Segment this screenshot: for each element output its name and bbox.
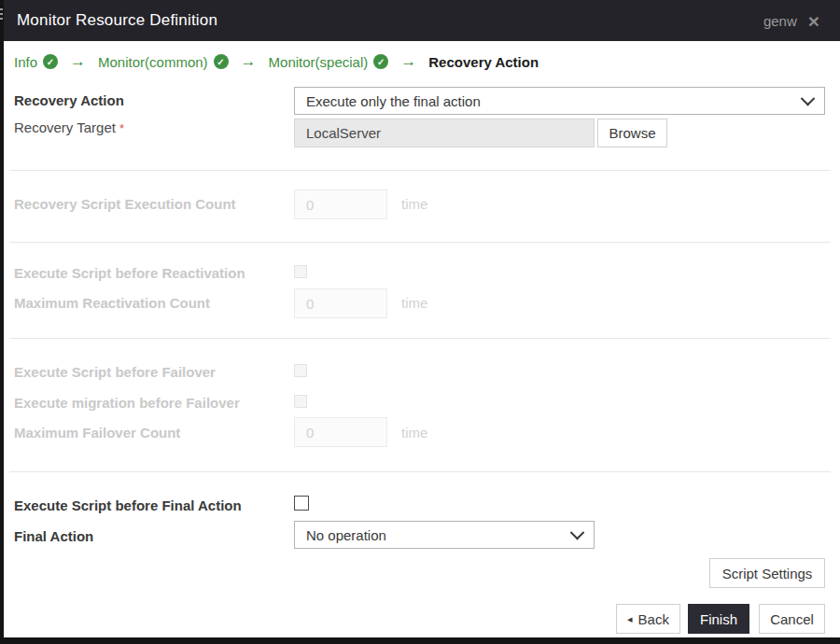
dialog-title: Monitor Resource Definition <box>17 11 217 30</box>
execute-migration-before-failover-checkbox <box>294 395 307 408</box>
final-action-select[interactable]: No operation <box>294 521 595 549</box>
maximum-reactivation-count-input: 0 <box>294 288 387 318</box>
wizard-step-info[interactable]: Info <box>14 54 37 70</box>
recovery-target-label: Recovery Target* <box>14 119 124 135</box>
section-divider <box>9 170 831 171</box>
execute-script-before-failover-label: Execute Script before Failover <box>14 364 216 380</box>
execute-script-before-failover-checkbox <box>294 364 307 377</box>
recovery-target-field: LocalServer <box>294 119 595 147</box>
execute-script-before-final-action-checkbox[interactable] <box>294 496 309 511</box>
cancel-button[interactable]: Cancel <box>759 604 825 634</box>
maximum-failover-count-input: 0 <box>294 417 387 447</box>
background-menu-icon <box>0 18 3 20</box>
chevron-down-icon <box>570 525 585 539</box>
recovery-action-label: Recovery Action <box>14 92 124 108</box>
maximum-failover-count-unit: time <box>401 425 427 441</box>
monitor-resource-definition-dialog: Monitor Resource Definition genw × Info … <box>4 0 840 637</box>
execute-migration-before-failover-label: Execute migration before Failover <box>14 395 240 411</box>
final-action-selected-value: No operation <box>306 527 386 543</box>
arrow-right-icon: → <box>400 52 416 71</box>
maximum-reactivation-count-unit: time <box>401 295 427 311</box>
maximum-failover-count-label: Maximum Failover Count <box>14 425 180 441</box>
back-triangle-icon: ◂ <box>627 613 633 625</box>
browse-button[interactable]: Browse <box>597 119 667 147</box>
dialog-titlebar: Monitor Resource Definition genw × <box>4 0 840 41</box>
recovery-script-execution-count-label: Recovery Script Execution Count <box>14 196 236 212</box>
final-action-label: Final Action <box>14 528 93 544</box>
wizard-step-monitor-special[interactable]: Monitor(special) <box>269 54 369 70</box>
recovery-script-execution-count-unit: time <box>401 196 427 212</box>
maximum-reactivation-count-label: Maximum Reactivation Count <box>14 295 210 311</box>
check-circle-icon: ✓ <box>373 54 388 69</box>
chevron-down-icon <box>801 91 816 105</box>
wizard-breadcrumb: Info ✓ → Monitor(common) ✓ → Monitor(spe… <box>14 52 539 71</box>
check-circle-icon: ✓ <box>43 54 58 69</box>
arrow-right-icon: → <box>241 52 257 71</box>
required-asterisk: * <box>119 121 124 135</box>
recovery-script-execution-count-input: 0 <box>294 189 387 219</box>
wizard-step-recovery-action: Recovery Action <box>428 54 539 70</box>
resource-type-badge: genw <box>763 13 797 29</box>
close-icon[interactable]: × <box>808 11 819 31</box>
section-divider <box>9 242 831 243</box>
back-button[interactable]: ◂ Back <box>616 604 680 634</box>
recovery-action-selected-value: Execute only the final action <box>306 93 481 109</box>
back-button-label: Back <box>638 611 669 627</box>
background-menu-icon <box>0 13 3 15</box>
section-divider <box>9 471 831 472</box>
script-settings-button[interactable]: Script Settings <box>709 558 825 588</box>
execute-script-before-reactivation-label: Execute Script before Reactivation <box>14 265 245 281</box>
arrow-right-icon: → <box>70 52 86 71</box>
finish-button[interactable]: Finish <box>688 604 749 634</box>
titlebar-right: genw × <box>763 11 819 31</box>
background-menu-icon <box>0 8 3 10</box>
recovery-target-label-text: Recovery Target <box>14 119 116 135</box>
check-circle-icon: ✓ <box>214 54 229 69</box>
wizard-step-monitor-common[interactable]: Monitor(common) <box>98 54 208 70</box>
recovery-action-select[interactable]: Execute only the final action <box>294 87 825 115</box>
execute-script-before-final-action-label: Execute Script before Final Action <box>14 497 242 513</box>
execute-script-before-reactivation-checkbox <box>294 265 307 278</box>
section-divider <box>9 338 831 339</box>
